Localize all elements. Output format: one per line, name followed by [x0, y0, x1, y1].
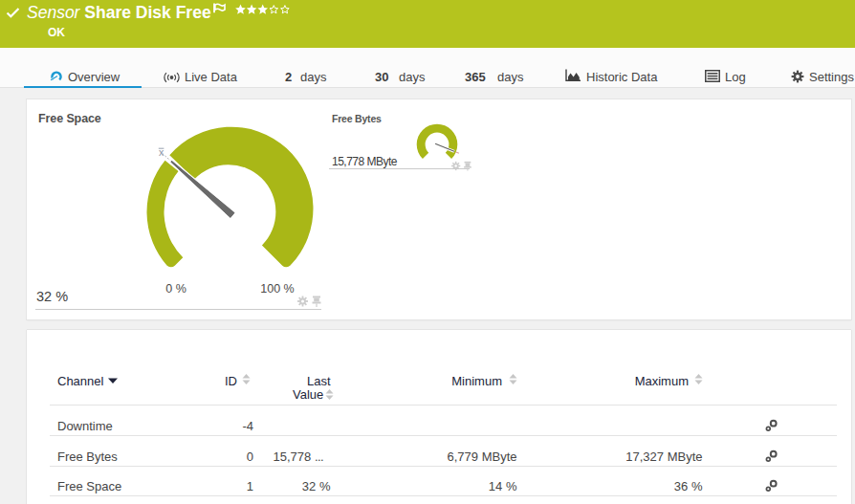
svg-text:x: x: [159, 146, 164, 158]
